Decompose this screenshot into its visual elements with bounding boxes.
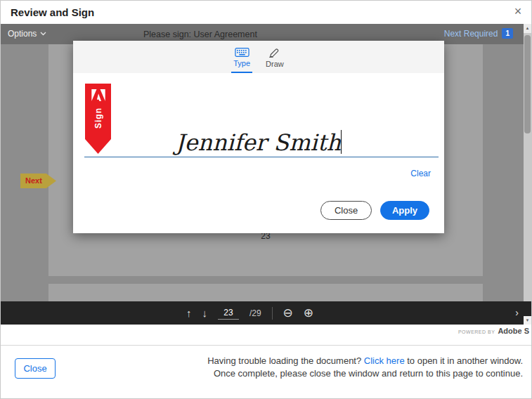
window-title: Review and Sign [11,6,94,18]
keyboard-icon [235,48,249,57]
ribbon-sign-label: Sign [93,107,103,129]
signature-baseline [84,157,439,157]
signature-text: Jennifer Smith [176,129,341,156]
text-caret [341,130,342,154]
review-and-sign-window: Review and Sign × Options Please sign: U… [0,0,532,399]
apply-button[interactable]: Apply [380,201,429,220]
next-required-count-badge: 1 [502,28,513,39]
next-page-icon[interactable]: ↓ [202,307,207,319]
zoom-out-icon[interactable]: ⊖ [283,307,293,319]
help-suffix: to open it in another window. [405,355,523,366]
window-close-icon[interactable]: × [510,4,526,19]
pen-icon [268,48,281,58]
page-number-input[interactable] [218,306,239,320]
help-line-1: Having trouble loading the document? Cli… [207,355,523,367]
help-text: Having trouble loading the document? Cli… [207,355,523,380]
powered-by-strip: POWERED BY Adobe S [1,325,531,345]
zoom-in-icon[interactable]: ⊕ [304,307,313,319]
tab-draw-label: Draw [266,60,284,68]
adobe-logo-icon [91,89,105,101]
close-window-button[interactable]: Close [15,358,56,379]
powered-by: POWERED BY Adobe S [458,327,529,335]
click-here-link[interactable]: Click here [364,355,405,366]
signature-input[interactable]: Jennifer Smith [73,130,444,155]
chevron-down-icon [40,32,46,36]
titlebar: Review and Sign × [1,1,531,24]
signature-dialog: Type Draw Sign Jennifer Smith Clear [73,41,444,233]
scrollbar-thumb[interactable] [524,35,531,133]
scroll-down-icon[interactable]: ▼ [524,316,531,325]
dialog-close-button[interactable]: Close [320,201,372,220]
help-prefix: Having trouble loading the document? [207,355,364,366]
tab-draw[interactable]: Draw [264,41,286,73]
powered-by-label: POWERED BY [458,329,495,334]
tab-type[interactable]: Type [231,41,252,73]
previous-page-icon[interactable]: ↑ [186,307,192,319]
next-required-label: Next Required [444,29,498,39]
vertical-scrollbar[interactable]: ▲ [524,24,531,301]
clear-signature-link[interactable]: Clear [410,169,431,178]
next-required-control[interactable]: Next Required 1 [444,28,513,39]
adobe-brand-label: Adobe S [498,327,529,335]
options-menu[interactable]: Options [8,29,46,39]
document-title: Please sign: User Agreement [143,30,257,39]
tab-type-label: Type [233,59,250,67]
scroll-up-icon[interactable]: ▲ [524,24,531,33]
toolbar-divider [272,307,273,320]
pdf-pager-toolbar: ↑ ↓ /29 ⊖ ⊕ › [1,301,531,325]
options-label: Options [8,29,37,39]
signature-tabs: Type Draw [73,41,444,73]
page-total-label: /29 [249,308,261,318]
document-page-next [48,284,483,301]
chevron-right-icon[interactable]: › [515,307,519,318]
footer-panel: Close Having trouble loading the documen… [1,345,531,398]
help-line-2: Once complete, please close the window a… [207,367,523,380]
